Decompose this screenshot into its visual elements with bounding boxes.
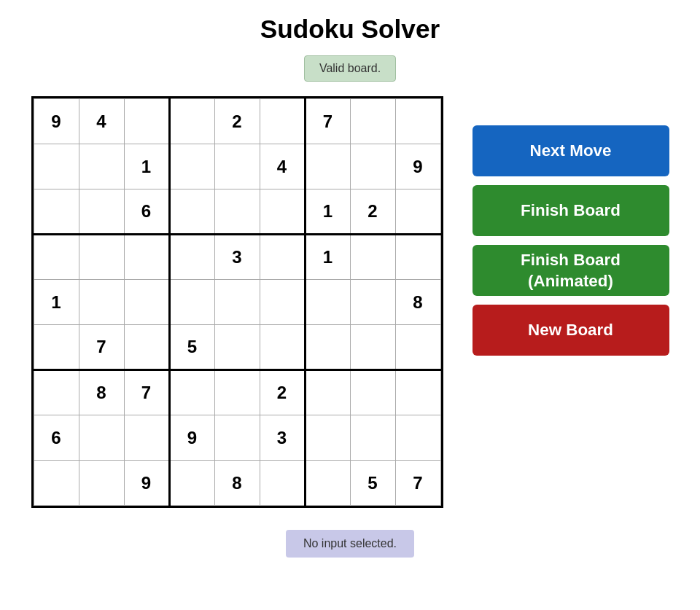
grid-cell[interactable]: 1 [124, 144, 169, 189]
grid-cell[interactable]: 9 [395, 144, 440, 189]
grid-cell[interactable] [395, 415, 440, 461]
grid-cell[interactable] [305, 144, 350, 189]
grid-cell[interactable] [395, 235, 440, 280]
grid-cell[interactable]: 1 [305, 235, 350, 280]
grid-cell[interactable]: 7 [395, 461, 440, 506]
grid-cell[interactable]: 7 [124, 370, 169, 415]
grid-cell[interactable] [395, 325, 440, 370]
grid-cell[interactable] [124, 280, 169, 325]
grid-cell[interactable] [79, 280, 124, 325]
grid-cell[interactable] [169, 461, 214, 506]
grid-cell[interactable]: 3 [214, 235, 260, 280]
grid-cell[interactable] [214, 415, 260, 461]
grid-cell[interactable]: 8 [214, 461, 260, 506]
grid-cell[interactable] [79, 461, 124, 506]
grid-cell[interactable] [34, 370, 79, 415]
grid-cell[interactable] [350, 144, 395, 189]
grid-cell[interactable] [34, 461, 79, 506]
grid-cell[interactable] [305, 461, 350, 506]
bottom-status: No input selected. [286, 530, 414, 558]
main-area: 94271496123118758726939857 Next Move Fin… [31, 96, 669, 508]
grid-cell[interactable]: 9 [124, 461, 169, 506]
grid-cell[interactable]: 4 [79, 99, 124, 144]
grid-cell[interactable] [305, 325, 350, 370]
grid-cell[interactable] [214, 370, 260, 415]
status-badge: Valid board. [304, 55, 396, 82]
grid-cell[interactable] [124, 235, 169, 280]
grid-cell[interactable] [350, 280, 395, 325]
grid-cell[interactable] [214, 144, 260, 189]
grid-cell[interactable] [169, 235, 214, 280]
new-board-button[interactable]: New Board [472, 305, 669, 356]
grid-cell[interactable] [260, 189, 305, 235]
buttons-area: Next Move Finish Board Finish Board (Ani… [472, 125, 669, 356]
grid-cell[interactable] [169, 370, 214, 415]
grid-cell[interactable]: 5 [169, 325, 214, 370]
finish-board-animated-button[interactable]: Finish Board (Animated) [472, 245, 669, 296]
grid-cell[interactable] [124, 415, 169, 461]
grid-cell[interactable] [214, 325, 260, 370]
grid-cell[interactable] [34, 235, 79, 280]
grid-cell[interactable]: 4 [260, 144, 305, 189]
grid-cell[interactable] [34, 189, 79, 235]
grid-cell[interactable] [395, 189, 440, 235]
grid-cell[interactable] [260, 325, 305, 370]
grid-cell[interactable] [350, 415, 395, 461]
grid-cell[interactable]: 2 [214, 99, 260, 144]
grid-cell[interactable] [169, 280, 214, 325]
grid-cell[interactable]: 5 [350, 461, 395, 506]
grid-cell[interactable] [260, 280, 305, 325]
grid-cell[interactable] [169, 99, 214, 144]
grid-cell[interactable] [260, 461, 305, 506]
grid-cell[interactable]: 2 [350, 189, 395, 235]
finish-board-button[interactable]: Finish Board [472, 185, 669, 236]
grid-cell[interactable]: 1 [305, 189, 350, 235]
grid-cell[interactable]: 1 [34, 280, 79, 325]
grid-cell[interactable]: 3 [260, 415, 305, 461]
grid-cell[interactable] [124, 325, 169, 370]
grid-cell[interactable] [350, 370, 395, 415]
grid-cell[interactable] [214, 280, 260, 325]
grid-cell[interactable] [395, 370, 440, 415]
grid-cell[interactable] [79, 144, 124, 189]
grid-cell[interactable] [305, 415, 350, 461]
grid-cell[interactable] [169, 144, 214, 189]
grid-cell[interactable]: 6 [34, 415, 79, 461]
grid-cell[interactable] [260, 235, 305, 280]
grid-cell[interactable] [124, 99, 169, 144]
grid-cell[interactable] [79, 189, 124, 235]
grid-cell[interactable] [34, 144, 79, 189]
grid-cell[interactable] [395, 99, 440, 144]
grid-cell[interactable]: 8 [79, 370, 124, 415]
grid-cell[interactable]: 7 [305, 99, 350, 144]
grid-cell[interactable] [350, 325, 395, 370]
grid-cell[interactable] [350, 235, 395, 280]
grid-cell[interactable] [214, 189, 260, 235]
grid-cell[interactable] [34, 325, 79, 370]
grid-cell[interactable] [169, 189, 214, 235]
grid-cell[interactable] [260, 99, 305, 144]
grid-cell[interactable]: 9 [34, 99, 79, 144]
grid-cell[interactable]: 9 [169, 415, 214, 461]
grid-cell[interactable]: 2 [260, 370, 305, 415]
grid-cell[interactable] [305, 370, 350, 415]
next-move-button[interactable]: Next Move [472, 125, 669, 176]
sudoku-grid: 94271496123118758726939857 [31, 96, 443, 508]
grid-cell[interactable]: 7 [79, 325, 124, 370]
grid-cell[interactable]: 6 [124, 189, 169, 235]
grid-cell[interactable]: 8 [395, 280, 440, 325]
grid-cell[interactable] [79, 235, 124, 280]
grid-cell[interactable] [350, 99, 395, 144]
grid-cell[interactable] [79, 415, 124, 461]
grid-cell[interactable] [305, 280, 350, 325]
page-title: Sudoku Solver [260, 15, 440, 44]
